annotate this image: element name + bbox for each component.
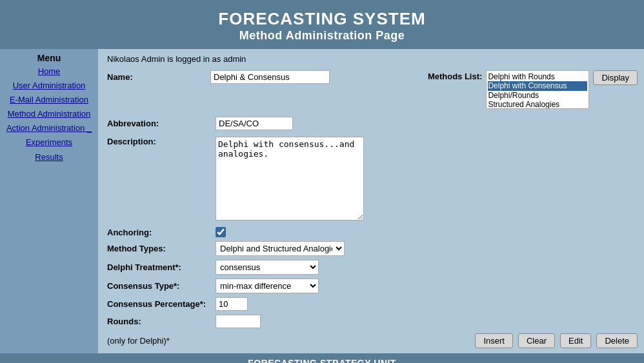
method-types-select[interactable]: Delphi and Structured AnalogiesDelphi wi… [216, 241, 345, 256]
delphi-treatment-select[interactable]: consensusrounds [216, 260, 319, 275]
desc-label: Description: [107, 137, 210, 146]
delete-button[interactable]: Delete [596, 333, 638, 348]
only-delphi-note: (only for Delphi)* [107, 336, 470, 346]
login-status: Nikolaos Admin is logged in as admin [107, 54, 638, 64]
sidebar-item-user-administration[interactable]: User Administration [0, 79, 98, 93]
name-input[interactable] [210, 70, 330, 84]
consensus-type-label: Consensus Type*: [107, 281, 210, 291]
abbr-input[interactable] [216, 117, 293, 130]
insert-button[interactable]: Insert [475, 333, 513, 348]
consensus-type-select[interactable]: min-max differencemean deviationpercenta… [216, 279, 319, 293]
sidebar-item-results[interactable]: Results [0, 150, 98, 164]
edit-button[interactable]: Edit [560, 333, 591, 348]
consensus-pct-input[interactable] [216, 297, 248, 311]
main-content: Nikolaos Admin is logged in as admin Nam… [98, 49, 644, 353]
methods-listbox[interactable]: Delphi with RoundsDelphi with ConsensusD… [486, 70, 589, 109]
anchoring-checkbox[interactable] [216, 227, 226, 237]
anchoring-label: Anchoring: [107, 228, 210, 237]
consensus-pct-label: Consensus Percentage*: [107, 299, 210, 309]
method-types-label: Method Types: [107, 244, 210, 253]
sidebar: Menu Home User Administration E-Mail Adm… [0, 49, 98, 353]
sidebar-item-method-administration[interactable]: Method Administration [0, 107, 98, 121]
display-button[interactable]: Display [593, 70, 638, 85]
abbr-label: Abbrevation: [107, 119, 210, 128]
sidebar-item-experiments[interactable]: Experiments [0, 135, 98, 150]
methods-list-label: Methods List: [428, 70, 483, 81]
sidebar-item-email-administration[interactable]: E-Mail Administration [0, 93, 98, 107]
sidebar-item-action-administration[interactable]: Action Administration _ [0, 121, 98, 135]
name-label: Name: [107, 72, 210, 82]
delphi-treatment-label: Delphi Treatment*: [107, 262, 210, 272]
page-header: FORECASTING SYSTEM Method Administration… [0, 0, 644, 49]
page-subtitle: Method Administration Page [0, 29, 644, 43]
sidebar-menu-title: Menu [0, 53, 98, 63]
sidebar-item-home[interactable]: Home [0, 64, 98, 79]
rounds-input[interactable] [216, 315, 261, 328]
clear-button[interactable]: Clear [518, 333, 555, 348]
rounds-label: Rounds: [107, 317, 210, 326]
page-footer: FORECASTING STRATEGY UNIT [0, 353, 644, 363]
app-title: FORECASTING SYSTEM [0, 9, 644, 29]
footer-label: FORECASTING STRATEGY UNIT [248, 358, 396, 363]
desc-textarea[interactable]: Delphi with consensus...and analogies. [216, 137, 364, 221]
